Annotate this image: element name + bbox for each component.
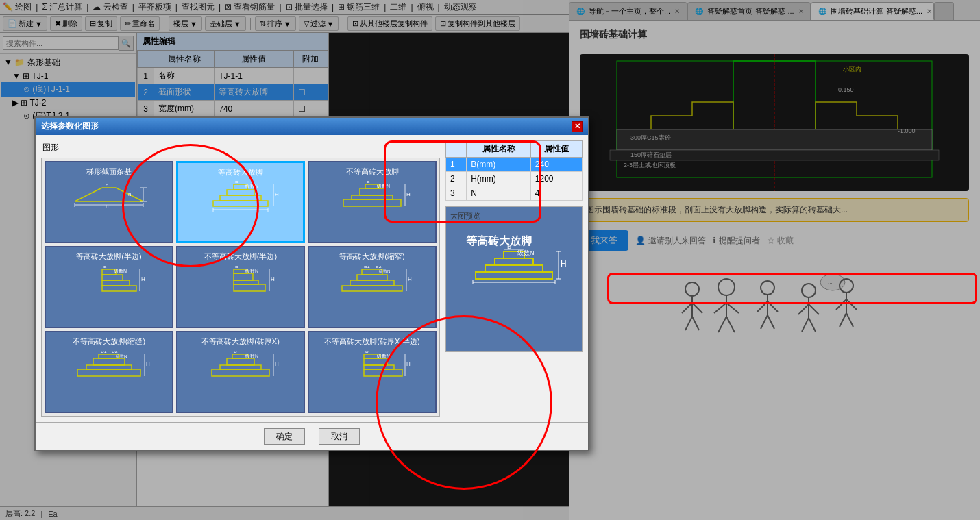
svg-rect-115: [102, 275, 123, 280]
dialog-titlebar: 选择参数化图形 ✕: [36, 118, 588, 135]
svg-text:H: H: [271, 276, 275, 282]
large-preview-svg: 等高砖大放脚 B 级数N H: [452, 231, 576, 341]
shape-svg-1: a h b: [50, 179, 168, 238]
shapes-grid: 梯形截面条基 a h b: [41, 158, 440, 417]
preview-image: 等高砖大放脚 B 级数N H: [450, 224, 578, 347]
svg-rect-141: [86, 365, 132, 369]
attr-name-1: B(mm): [467, 158, 531, 172]
shape-title-3: 不等高砖大放脚: [346, 166, 399, 176]
dialog-body: 图形 梯形截面条基 a h: [36, 135, 588, 422]
shape-card-2[interactable]: 等高砖大放脚 B 级数N H: [176, 161, 305, 243]
attr-row-2[interactable]: 2 H(mm) 1200: [446, 172, 583, 186]
shape-svg-3: B 级数N H: [313, 179, 431, 238]
svg-text:B: B: [507, 243, 511, 250]
attr-row-1[interactable]: 1 B(mm) 240: [446, 158, 583, 172]
shape-svg-4: B 级数N H: [50, 264, 168, 323]
svg-rect-116: [102, 280, 130, 286]
svg-text:级数N: 级数N: [245, 269, 258, 273]
svg-text:b: b: [106, 203, 109, 210]
shape-card-9[interactable]: 不等高砖大放脚(砖厚X-半边) B 级数N H: [308, 331, 437, 413]
attr-value-1[interactable]: 240: [530, 158, 582, 172]
svg-rect-142: [77, 369, 140, 376]
attr-name-2: H(mm): [467, 172, 531, 186]
dialog-title: 选择参数化图形: [41, 121, 99, 132]
svg-text:B2: B2: [376, 266, 382, 269]
attr-num-2: 2: [446, 172, 467, 186]
dialog-ok-btn[interactable]: 确定: [264, 428, 305, 445]
shape-svg-9: B 级数N H: [313, 349, 431, 408]
svg-rect-131: [357, 275, 387, 280]
svg-text:级数N: 级数N: [245, 184, 258, 188]
shape-title-5: 不等高砖大放脚(半边): [204, 251, 277, 261]
svg-rect-123: [234, 273, 253, 280]
shape-title-1: 梯形截面条基: [86, 166, 132, 176]
svg-text:a: a: [106, 182, 109, 188]
svg-text:级数N: 级数N: [517, 249, 535, 256]
svg-text:级数N: 级数N: [114, 269, 127, 273]
svg-rect-97: [220, 195, 261, 201]
svg-text:B: B: [367, 181, 370, 184]
svg-rect-107: [360, 188, 384, 195]
svg-text:等高砖大放脚: 等高砖大放脚: [466, 234, 532, 247]
attr-value-3[interactable]: 4: [530, 186, 582, 201]
svg-line-82: [75, 188, 102, 201]
shape-title-4: 等高砖大放脚(半边): [76, 251, 141, 261]
dialog-footer: 确定 取消: [36, 422, 588, 450]
svg-rect-167: [485, 265, 543, 272]
svg-text:级数N: 级数N: [245, 354, 258, 358]
shape-svg-6: B1 B2 级数N H: [313, 264, 431, 323]
select-shape-dialog: 选择参数化图形 ✕ 图形 梯形截面条基: [34, 116, 589, 451]
attr-row-3[interactable]: 3 N 4: [446, 186, 583, 201]
shape-card-6[interactable]: 等高砖大放脚(缩窄) B1 B2 级数N H: [308, 246, 437, 328]
shape-svg-2: B 级数N H: [182, 179, 299, 237]
svg-rect-109: [343, 199, 401, 206]
shape-title-8: 不等高砖大放脚(砖厚X): [201, 336, 280, 346]
svg-rect-166: [495, 258, 533, 265]
shape-card-5[interactable]: 不等高砖大放脚(半边) B 级数N H: [176, 246, 305, 328]
svg-text:H: H: [141, 276, 145, 282]
attr-col-value: 属性值: [530, 141, 582, 158]
shape-card-8[interactable]: 不等高砖大放脚(砖厚X) B 级数N H: [176, 331, 305, 413]
right-section: 属性名称 属性值 1 B(mm) 240 2 H(mm) 1200: [445, 140, 583, 417]
dialog-cancel-btn[interactable]: 取消: [319, 428, 360, 445]
svg-text:h: h: [128, 191, 131, 197]
svg-text:B: B: [365, 351, 369, 354]
shape-card-3[interactable]: 不等高砖大放脚 B 级数N H: [308, 161, 437, 243]
attr-col-num: [446, 141, 467, 158]
svg-text:B: B: [235, 181, 238, 184]
dialog-close-btn[interactable]: ✕: [572, 121, 583, 132]
shape-card-1[interactable]: 梯形截面条基 a h b: [45, 161, 173, 243]
attr-table-small: 属性名称 属性值 1 B(mm) 240 2 H(mm) 1200: [445, 140, 583, 201]
shape-title-2: 等高砖大放脚: [218, 167, 263, 177]
svg-text:B1: B1: [364, 266, 370, 269]
svg-rect-168: [476, 272, 552, 279]
attr-value-2[interactable]: 1200: [530, 172, 582, 186]
svg-rect-159: [364, 369, 402, 376]
svg-text:H: H: [275, 191, 279, 197]
svg-text:B1: B1: [101, 351, 107, 354]
shape-card-4[interactable]: 等高砖大放脚(半边) B 级数N H: [45, 246, 173, 328]
shape-card-7[interactable]: 不等高砖大放脚(缩缝) B1 B2 级数N H: [45, 331, 173, 413]
attr-num-1: 1: [446, 158, 467, 172]
attr-name-3: N: [467, 186, 531, 201]
svg-text:H: H: [408, 276, 412, 282]
svg-rect-149: [227, 358, 254, 365]
preview-section: 大图预览 等高砖大放脚 B 级数N: [445, 206, 583, 352]
svg-rect-158: [364, 365, 394, 369]
shape-title-9: 不等高砖大放脚(砖厚X-半边): [324, 336, 419, 346]
svg-text:H: H: [406, 191, 411, 197]
svg-text:H: H: [275, 361, 279, 367]
svg-text:级数N: 级数N: [379, 269, 390, 273]
svg-rect-150: [220, 365, 261, 369]
svg-text:H: H: [406, 361, 411, 367]
svg-rect-98: [213, 201, 268, 206]
svg-rect-125: [234, 284, 265, 291]
shapes-label: 图形: [41, 140, 440, 155]
shape-title-6: 等高砖大放脚(缩窄): [339, 251, 404, 261]
svg-text:H: H: [146, 361, 150, 367]
svg-text:B: B: [234, 351, 237, 354]
attr-col-name: 属性名称: [467, 141, 531, 158]
svg-rect-157: [364, 358, 387, 365]
svg-rect-108: [352, 195, 393, 199]
svg-text:B: B: [103, 266, 107, 269]
